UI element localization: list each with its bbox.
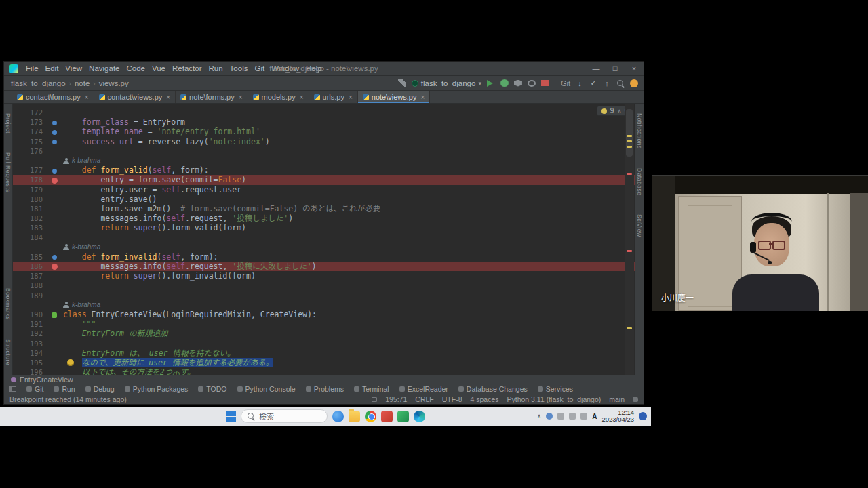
- author-person-icon: [63, 302, 69, 308]
- toolwindow-services[interactable]: Services: [538, 385, 573, 393]
- status-segment[interactable]: 195:71: [385, 395, 407, 403]
- override-marker-icon[interactable]: [52, 121, 57, 125]
- override-marker-icon[interactable]: [52, 169, 57, 174]
- tab-note-forms-py[interactable]: note\forms.py×: [176, 91, 248, 103]
- close-tab-icon[interactable]: ×: [239, 94, 243, 101]
- class-marker-icon[interactable]: [52, 312, 57, 318]
- override-marker-icon[interactable]: [52, 130, 57, 135]
- scrollbar-thumb[interactable]: [626, 109, 633, 157]
- breakpoint-icon[interactable]: [52, 178, 58, 184]
- context-class-name[interactable]: EntryCreateView: [20, 375, 73, 384]
- search-icon: [248, 413, 255, 420]
- close-tab-icon[interactable]: ×: [166, 94, 170, 101]
- tray-icon-3[interactable]: [569, 413, 576, 420]
- menu-item-file[interactable]: File: [22, 64, 42, 73]
- toolwindow-excelreader[interactable]: ExcelReader: [399, 385, 448, 393]
- toolwindow-todo[interactable]: TODO: [198, 385, 226, 393]
- tab-contact-views-py[interactable]: contact\views.py×: [94, 91, 176, 103]
- close-button[interactable]: ×: [625, 62, 644, 76]
- ime-indicator[interactable]: A: [592, 413, 597, 420]
- minimize-button[interactable]: —: [587, 62, 606, 76]
- menu-item-run[interactable]: Run: [205, 64, 226, 73]
- file-explorer-icon[interactable]: [349, 411, 360, 422]
- menu-item-navigate[interactable]: Navigate: [85, 64, 123, 73]
- override-marker-icon[interactable]: [52, 255, 57, 260]
- start-button[interactable]: [226, 411, 236, 422]
- run-button[interactable]: [487, 80, 495, 87]
- error-stripe-scrollbar[interactable]: [625, 104, 634, 375]
- line-number: 175: [13, 137, 45, 146]
- intention-bulb-icon[interactable]: [67, 359, 74, 366]
- toolwindow-debug[interactable]: Debug: [85, 385, 115, 393]
- menu-item-git[interactable]: Git: [251, 64, 268, 73]
- menu-item-view[interactable]: View: [62, 64, 85, 73]
- status-segment[interactable]: main: [609, 395, 625, 403]
- git-commit-icon[interactable]: ✓: [589, 79, 597, 87]
- close-tab-icon[interactable]: ×: [85, 94, 89, 101]
- toolwindow-git[interactable]: Git: [26, 385, 43, 393]
- tab-models-py[interactable]: models.py×: [248, 91, 309, 103]
- stripe-label-database[interactable]: Database: [636, 168, 643, 195]
- git-push-icon[interactable]: ↑: [603, 79, 611, 87]
- edge-icon[interactable]: [414, 411, 425, 422]
- stripe-label-bookmarks[interactable]: Bookmarks: [5, 288, 12, 320]
- build-icon[interactable]: [398, 79, 406, 87]
- toolwindow-database-changes[interactable]: Database Changes: [458, 385, 528, 393]
- stop-button[interactable]: [541, 80, 549, 86]
- tab-note-views-py[interactable]: note\views.py×: [358, 91, 431, 103]
- status-segment[interactable]: Python 3.11 (flask_to_django): [507, 395, 601, 403]
- app-icon-red[interactable]: [381, 411, 393, 422]
- search-everywhere-icon[interactable]: [616, 79, 625, 87]
- run-config-selector[interactable]: flask_to_django ▾: [412, 79, 481, 87]
- stripe-label-notifications[interactable]: Notifications: [636, 113, 643, 149]
- breadcrumb-item[interactable]: views.py: [98, 79, 130, 87]
- toolwindow-problems[interactable]: Problems: [306, 385, 344, 393]
- app-icon-browser[interactable]: [332, 411, 344, 422]
- toolwindow-python-console[interactable]: Python Console: [237, 385, 296, 393]
- status-segment[interactable]: 4 spaces: [470, 395, 498, 403]
- status-segment[interactable]: CRLF: [415, 395, 433, 403]
- tray-chevron-icon[interactable]: ∧: [537, 413, 542, 420]
- code-area[interactable]: 172173 form_class = EntryForm174 templat…: [13, 104, 635, 375]
- menu-item-code[interactable]: Code: [123, 64, 149, 73]
- toolwindow-python-packages[interactable]: Python Packages: [125, 385, 189, 393]
- maximize-button[interactable]: □: [606, 62, 625, 76]
- stripe-label-sciview[interactable]: SciView: [636, 214, 643, 237]
- breadcrumb-item[interactable]: flask_to_django: [9, 79, 67, 87]
- stripe-label-structure[interactable]: Structure: [5, 339, 12, 365]
- menu-item-tools[interactable]: Tools: [226, 64, 252, 73]
- notification-center-icon[interactable]: [639, 412, 647, 420]
- override-marker-icon[interactable]: [52, 140, 57, 144]
- chrome-icon[interactable]: [365, 411, 376, 422]
- close-tab-icon[interactable]: ×: [300, 94, 304, 101]
- taskbar-search-input[interactable]: 検索: [241, 409, 328, 423]
- tray-icon-1[interactable]: [546, 413, 553, 420]
- menu-item-vue[interactable]: Vue: [149, 64, 169, 73]
- git-update-icon[interactable]: ↓: [576, 79, 584, 87]
- readonly-lock-icon[interactable]: [372, 397, 377, 402]
- debug-button[interactable]: [500, 79, 509, 87]
- toolwindow-terminal[interactable]: Terminal: [354, 385, 389, 393]
- breakpoint-icon[interactable]: [52, 264, 58, 270]
- menu-item-refactor[interactable]: Refactor: [169, 64, 205, 73]
- editor-area[interactable]: ProjectPull RequestsBookmarksStructure 1…: [4, 104, 644, 375]
- tab-contact-forms-py[interactable]: contact\forms.py×: [12, 91, 94, 103]
- toolwindow-layout-icon[interactable]: [9, 386, 16, 392]
- tray-icon-4[interactable]: [580, 413, 587, 420]
- close-tab-icon[interactable]: ×: [420, 94, 425, 101]
- tray-icon-2[interactable]: [557, 413, 564, 420]
- profiler-button[interactable]: [528, 80, 536, 87]
- taskbar-clock[interactable]: 12:14 2023/04/23: [601, 409, 634, 424]
- stripe-label-pull-requests[interactable]: Pull Requests: [5, 152, 12, 192]
- notifications-bell-icon[interactable]: [633, 396, 638, 402]
- tab-urls-py[interactable]: urls.py×: [309, 91, 358, 103]
- app-icon-green[interactable]: [397, 411, 409, 422]
- breadcrumb-item[interactable]: note: [73, 79, 91, 87]
- stripe-label-project[interactable]: Project: [5, 113, 12, 134]
- toolwindow-run[interactable]: Run: [54, 385, 75, 393]
- menu-item-edit[interactable]: Edit: [42, 64, 62, 73]
- coverage-button[interactable]: [514, 80, 522, 87]
- status-segment[interactable]: UTF-8: [442, 395, 462, 403]
- profile-avatar-icon[interactable]: [630, 79, 638, 87]
- close-tab-icon[interactable]: ×: [349, 94, 353, 101]
